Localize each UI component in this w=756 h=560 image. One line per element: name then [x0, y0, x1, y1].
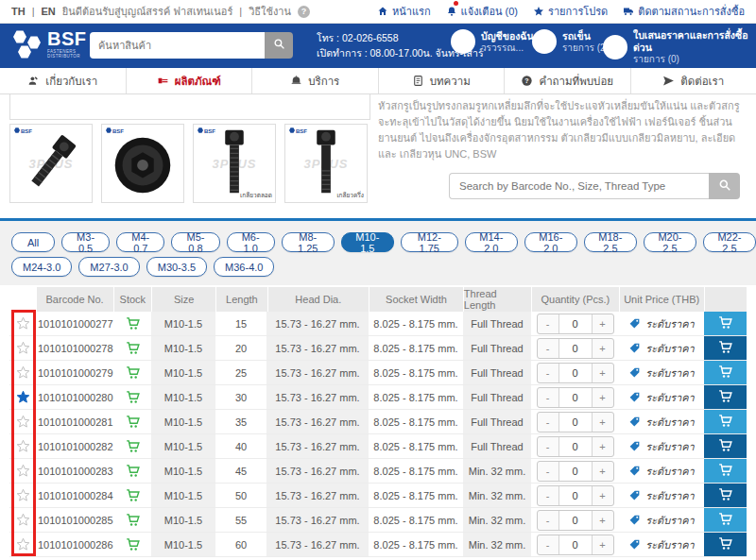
favorite-star-icon-active[interactable]	[16, 390, 30, 404]
favorite-star-icon[interactable]	[16, 316, 30, 331]
add-to-cart-button[interactable]	[704, 385, 747, 409]
price-level-link[interactable]: ระดับราคา	[628, 389, 695, 406]
lang-th[interactable]: TH	[11, 6, 26, 17]
topbar-link-order-tracking[interactable]: ติดตามสถานะการสั่งซื้อ	[623, 3, 745, 20]
topbar-link-notifications[interactable]: แจ้งเตือน (0)	[446, 3, 518, 20]
topbar-link-home[interactable]: หน้าแรก	[377, 3, 431, 20]
quantity-decrease-button[interactable]: -	[538, 364, 558, 382]
filter-button-m10-1.5[interactable]: M10-1.5	[341, 232, 394, 252]
add-to-cart-button[interactable]	[704, 434, 747, 458]
favorite-star-icon[interactable]	[16, 439, 30, 453]
quantity-decrease-button[interactable]: -	[538, 462, 558, 481]
quantity-value[interactable]: 0	[558, 486, 593, 505]
price-level-link[interactable]: ระดับราคา	[628, 365, 695, 382]
quantity-decrease-button[interactable]: -	[538, 413, 558, 432]
table-search-button[interactable]	[709, 173, 740, 199]
add-to-cart-button[interactable]	[704, 410, 747, 433]
in-stock-cart-icon[interactable]	[125, 536, 141, 552]
in-stock-cart-icon[interactable]	[125, 389, 141, 405]
in-stock-cart-icon[interactable]	[125, 463, 141, 479]
filter-button-all[interactable]: All	[11, 232, 55, 252]
add-to-cart-button[interactable]	[704, 336, 747, 360]
favorite-star-icon[interactable]	[16, 464, 30, 478]
topbar-link-favorites[interactable]: รายการโปรด	[533, 3, 608, 20]
filter-button-m22-2.5[interactable]: M22-2.5	[703, 232, 756, 252]
quantity-value[interactable]: 0	[558, 339, 593, 358]
lang-en[interactable]: EN	[42, 6, 56, 17]
filter-button-m36-4.0[interactable]: M36-4.0	[214, 257, 274, 277]
filter-button-m27-3.0[interactable]: M27-3.0	[78, 257, 139, 277]
product-search-button[interactable]	[265, 32, 293, 59]
price-level-link[interactable]: ระดับราคา	[628, 463, 695, 480]
price-level-link[interactable]: ระดับราคา	[628, 414, 695, 431]
filter-button-m16-2.0[interactable]: M16-2.0	[524, 232, 577, 252]
nav-item-products[interactable]: ผลิตภัณฑ์	[127, 68, 253, 93]
filter-button-m6-1.0[interactable]: M6-1.0	[227, 232, 275, 252]
nav-item-articles[interactable]: บทความ	[379, 68, 506, 93]
filter-button-m5-0.8[interactable]: M5-0.8	[171, 232, 219, 252]
quantity-increase-button[interactable]: +	[593, 486, 613, 505]
quantity-decrease-button[interactable]: -	[538, 388, 558, 407]
in-stock-cart-icon[interactable]	[125, 340, 141, 356]
price-level-link[interactable]: ระดับราคา	[628, 487, 695, 504]
quantity-value[interactable]: 0	[558, 388, 593, 407]
filter-button-m4-0.7[interactable]: M4-0.7	[116, 232, 164, 252]
filter-button-m30-3.5[interactable]: M30-3.5	[146, 257, 207, 277]
filter-button-m14-2.0[interactable]: M14-2.0	[465, 232, 518, 252]
thumbnail-half-thread[interactable]: 3PLUSBSFเกลียวครึ่ง	[284, 124, 368, 203]
in-stock-cart-icon[interactable]	[125, 512, 141, 528]
quantity-value[interactable]: 0	[558, 535, 593, 554]
quantity-value[interactable]: 0	[558, 511, 593, 530]
in-stock-cart-icon[interactable]	[125, 315, 141, 331]
quantity-increase-button[interactable]: +	[593, 339, 613, 358]
filter-button-m8-1.25[interactable]: M8-1.25	[282, 232, 335, 252]
quantity-increase-button[interactable]: +	[593, 511, 613, 530]
price-level-link[interactable]: ระดับราคา	[628, 536, 695, 553]
cart-menu[interactable]: รถเข็น รายการ (2)	[532, 29, 609, 54]
in-stock-cart-icon[interactable]	[125, 438, 141, 454]
quantity-decrease-button[interactable]: -	[538, 314, 558, 333]
filter-button-m3-0.5[interactable]: M3-0.5	[61, 232, 110, 252]
quantity-value[interactable]: 0	[558, 437, 593, 456]
favorite-star-icon[interactable]	[16, 415, 30, 429]
quantity-decrease-button[interactable]: -	[538, 437, 558, 456]
price-level-link[interactable]: ระดับราคา	[628, 512, 695, 529]
quantity-increase-button[interactable]: +	[593, 364, 613, 382]
in-stock-cart-icon[interactable]	[125, 414, 141, 430]
in-stock-cart-icon[interactable]	[125, 487, 141, 503]
nav-item-contact[interactable]: ติดต่อเรา	[631, 68, 756, 93]
quantity-increase-button[interactable]: +	[593, 413, 613, 432]
quantity-increase-button[interactable]: +	[593, 388, 613, 407]
account-menu[interactable]: บัญชีของฉัน วรวรรณ...	[451, 29, 534, 54]
add-to-cart-button[interactable]	[704, 508, 747, 532]
nav-item-services[interactable]: บริการ	[252, 68, 379, 93]
help-link[interactable]: วิธีใช้งาน	[249, 3, 291, 20]
quantity-increase-button[interactable]: +	[593, 437, 613, 456]
add-to-cart-button[interactable]	[704, 459, 747, 483]
brand-logo[interactable]: BSF FASTENERS DISTRIBUTOR	[11, 26, 87, 65]
table-search-input[interactable]	[449, 173, 709, 199]
favorite-star-icon[interactable]	[16, 537, 30, 552]
nav-item-about[interactable]: เกี่ยวกับเรา	[0, 68, 127, 93]
quantity-decrease-button[interactable]: -	[538, 535, 558, 554]
price-level-link[interactable]: ระดับราคา	[628, 340, 695, 357]
in-stock-cart-icon[interactable]	[125, 365, 141, 381]
add-to-cart-button[interactable]	[704, 533, 747, 556]
quote-menu[interactable]: ใบเสนอราคาและการสั่งซื้อด่วน รายการ (0)	[603, 29, 756, 65]
quantity-value[interactable]: 0	[558, 364, 593, 382]
filter-button-m24-3.0[interactable]: M24-3.0	[11, 257, 72, 277]
favorite-star-icon[interactable]	[16, 365, 30, 380]
quantity-value[interactable]: 0	[558, 413, 593, 432]
price-level-link[interactable]: ระดับราคา	[628, 315, 695, 332]
product-search-input[interactable]	[90, 32, 265, 59]
favorite-star-icon[interactable]	[16, 341, 30, 355]
thumbnail-top[interactable]: 3PLUSBSF	[101, 124, 184, 203]
quantity-value[interactable]: 0	[558, 314, 593, 333]
quantity-increase-button[interactable]: +	[593, 314, 613, 333]
help-question-icon[interactable]: ?	[298, 6, 310, 18]
filter-button-m18-2.5[interactable]: M18-2.5	[584, 232, 637, 252]
quantity-value[interactable]: 0	[558, 462, 593, 481]
quantity-increase-button[interactable]: +	[593, 462, 613, 481]
favorite-star-icon[interactable]	[16, 488, 30, 502]
quantity-decrease-button[interactable]: -	[538, 511, 558, 530]
